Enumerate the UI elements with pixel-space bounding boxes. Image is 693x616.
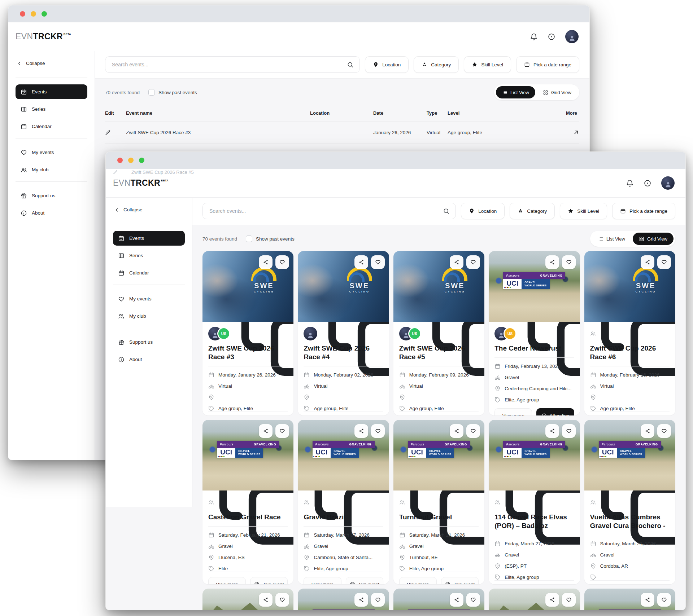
sidebar-item[interactable]: Events — [16, 84, 87, 99]
share-button[interactable] — [545, 255, 559, 269]
favorite-button[interactable] — [657, 424, 671, 438]
open-event-button[interactable] — [573, 129, 579, 136]
favorite-button[interactable] — [275, 424, 289, 438]
user-avatar[interactable] — [661, 176, 675, 190]
close-window-button[interactable] — [117, 158, 123, 163]
share-button[interactable] — [354, 255, 368, 269]
view-more-button[interactable]: View more — [399, 577, 437, 584]
create-event-button[interactable] — [644, 179, 651, 187]
join-event-button[interactable]: Join event — [346, 577, 383, 584]
filter-button[interactable]: Pick a date range — [516, 56, 579, 73]
share-button[interactable] — [259, 255, 273, 269]
favorite-button[interactable] — [371, 424, 385, 438]
edit-row-button[interactable] — [105, 129, 111, 135]
attendee-avatars[interactable]: US — [494, 327, 517, 340]
uci-gravel-banner: Parcours GRAVELKING UCI GRAVEL WORLD SER… — [408, 441, 470, 458]
view-more-button[interactable]: View more — [208, 577, 246, 584]
sidebar-item[interactable]: About — [16, 206, 87, 220]
share-button[interactable] — [641, 424, 654, 438]
heart-icon — [279, 597, 285, 603]
view-more-button[interactable]: View more — [304, 577, 341, 584]
sidebar-item[interactable]: Calendar — [16, 119, 87, 134]
sidebar-item[interactable]: Series — [113, 248, 185, 263]
favorite-button[interactable] — [371, 593, 385, 607]
create-event-button[interactable] — [548, 33, 555, 41]
share-button[interactable] — [259, 424, 273, 438]
filter-button[interactable]: Skill Level — [560, 203, 607, 219]
sidebar-item[interactable]: About — [113, 352, 185, 367]
attendee-avatars[interactable]: US — [399, 327, 421, 340]
sidebar-item[interactable]: Events — [113, 231, 185, 246]
calendar-icon — [494, 541, 501, 547]
share-button[interactable] — [545, 424, 559, 438]
favorite-button[interactable] — [562, 255, 576, 269]
filter-button[interactable]: Category — [414, 56, 459, 73]
filter-button[interactable]: Category — [510, 203, 555, 219]
window-titlebar[interactable] — [106, 152, 685, 169]
filter-button[interactable]: Pick a date range — [612, 203, 675, 219]
favorite-button[interactable] — [275, 593, 289, 607]
event-tags: Elite — [218, 566, 228, 571]
sidebar-item[interactable]: Calendar — [113, 265, 185, 280]
window-titlebar[interactable] — [8, 5, 589, 22]
list-view-toggle[interactable]: List View — [592, 233, 631, 245]
favorite-button[interactable] — [562, 593, 576, 607]
favorite-button[interactable] — [562, 424, 576, 438]
sidebar-item[interactable]: My events — [113, 291, 185, 306]
show-past-checkbox[interactable] — [246, 236, 252, 242]
event-image: Parcours GRAVELKING — [393, 589, 484, 610]
view-more-button[interactable]: View more — [494, 408, 532, 415]
minimize-window-button[interactable] — [128, 158, 134, 163]
minimize-window-button[interactable] — [31, 11, 36, 17]
favorite-button[interactable] — [275, 255, 289, 269]
event-tags: Elite, Age group — [505, 575, 539, 580]
share-button[interactable] — [545, 593, 559, 607]
search-input[interactable] — [111, 61, 343, 68]
sidebar-item[interactable]: My events — [16, 145, 87, 160]
favorite-button[interactable] — [657, 593, 671, 607]
favorite-button[interactable] — [657, 255, 671, 269]
share-button[interactable] — [450, 255, 463, 269]
favorite-button[interactable] — [466, 593, 480, 607]
show-past-checkbox[interactable] — [148, 89, 155, 96]
share-button[interactable] — [450, 593, 463, 607]
attendee-avatars[interactable] — [304, 327, 317, 340]
join-event-button[interactable]: Join event — [441, 577, 479, 584]
attending-button[interactable]: Attending — [536, 408, 574, 415]
favorite-button[interactable] — [371, 255, 385, 269]
share-button[interactable] — [641, 255, 654, 269]
sidebar-collapse-button[interactable]: Collapse — [16, 60, 87, 73]
share-button[interactable] — [450, 424, 463, 438]
sidebar-item[interactable]: My club — [113, 309, 185, 324]
divider — [494, 535, 574, 535]
event-tags: Age group, Elite — [314, 406, 348, 411]
notifications-button[interactable] — [626, 179, 634, 187]
grid-view-toggle[interactable]: Grid View — [537, 86, 578, 98]
sidebar-item[interactable]: My club — [16, 162, 87, 177]
user-avatar[interactable] — [565, 30, 579, 43]
share-button[interactable] — [354, 593, 368, 607]
search-input[interactable] — [209, 208, 439, 214]
share-button[interactable] — [354, 424, 368, 438]
list-view-toggle[interactable]: List View — [496, 86, 535, 98]
sidebar-item[interactable]: Series — [16, 102, 87, 116]
filter-button[interactable]: Skill Level — [464, 56, 511, 73]
filter-icon — [373, 62, 379, 67]
close-window-button[interactable] — [20, 11, 25, 17]
table-row[interactable]: Zwift SWE Cup 2026 Race #3 – January 26,… — [105, 122, 579, 144]
share-button[interactable] — [641, 593, 654, 607]
sidebar-item[interactable]: Support us — [16, 188, 87, 203]
sidebar-item[interactable]: Support us — [113, 335, 185, 349]
notifications-button[interactable] — [530, 33, 538, 41]
zoom-window-button[interactable] — [42, 11, 47, 17]
filter-button[interactable]: Location — [461, 203, 505, 219]
attendee-avatars[interactable]: US — [208, 327, 230, 340]
share-button[interactable] — [259, 593, 273, 607]
filter-button[interactable]: Location — [365, 56, 409, 73]
zoom-window-button[interactable] — [139, 158, 144, 163]
favorite-button[interactable] — [466, 255, 480, 269]
join-event-button[interactable]: Join event — [250, 577, 288, 584]
grid-view-toggle[interactable]: Grid View — [633, 233, 674, 245]
sidebar-collapse-button[interactable]: Collapse — [113, 206, 185, 220]
favorite-button[interactable] — [466, 424, 480, 438]
